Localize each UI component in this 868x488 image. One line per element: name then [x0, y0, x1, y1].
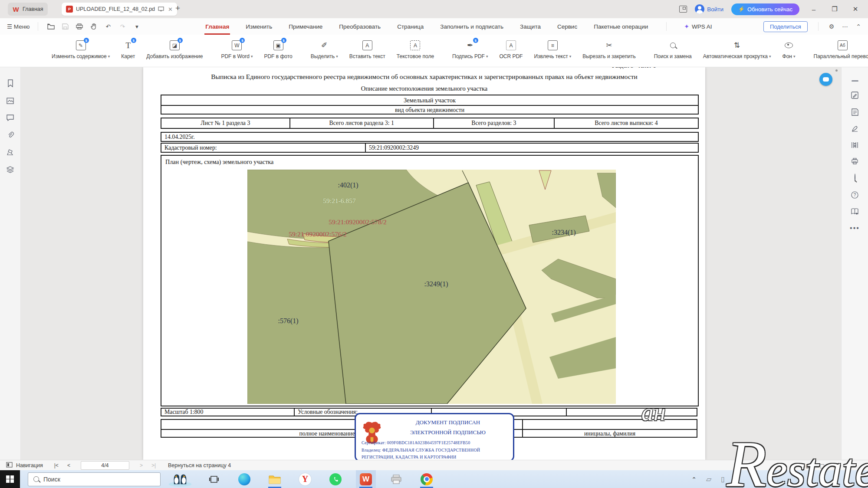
- main-menu-button[interactable]: ☰ Меню: [7, 23, 30, 30]
- taskbar-whatsapp-button[interactable]: [326, 470, 345, 488]
- taskbar-chrome-button[interactable]: [417, 470, 437, 488]
- help-icon[interactable]: ?: [851, 191, 858, 199]
- taskbar-wps-button[interactable]: W: [356, 470, 376, 488]
- map-label-ghost: 59:21-6.857: [309, 197, 370, 205]
- thumbnails-icon[interactable]: [7, 98, 14, 104]
- settings-gear-icon[interactable]: ⚙: [829, 23, 835, 30]
- share-button[interactable]: Поделиться: [763, 21, 808, 32]
- background-button[interactable]: Фон▾: [777, 35, 801, 59]
- doc-edit-icon[interactable]: [852, 108, 858, 116]
- home-tab-label: Главная: [23, 6, 43, 12]
- window-layout-icon[interactable]: [679, 6, 687, 13]
- add-image-button[interactable]: ◪$ Добавить изображение: [141, 35, 208, 59]
- ocr-pdf-button[interactable]: A OCR PDF: [493, 35, 528, 59]
- notification-dot: [835, 69, 838, 72]
- insert-text-button[interactable]: A Вставить текст: [344, 35, 391, 59]
- menu-convert[interactable]: Преобразовать: [338, 20, 381, 34]
- menu-wps-ai[interactable]: ✦WPS AI: [684, 23, 712, 30]
- document-viewport[interactable]: Раздел 3 - Лист 1 Выписка из Единого гос…: [21, 67, 841, 460]
- print-preview-icon[interactable]: [851, 158, 858, 164]
- upgrade-button[interactable]: ⚡ Обновить сейчас: [731, 3, 799, 15]
- attachment-icon[interactable]: [7, 131, 14, 138]
- premium-badge-icon: $: [281, 38, 286, 43]
- minimize-button[interactable]: –: [807, 6, 820, 13]
- quick-access-dropdown-icon[interactable]: ▾: [132, 23, 141, 30]
- wps-assistant-button[interactable]: [819, 73, 832, 86]
- premium-badge-icon: $: [131, 38, 136, 43]
- layers-icon[interactable]: [7, 166, 14, 173]
- menu-home[interactable]: Главная: [204, 20, 230, 34]
- next-page-button[interactable]: >: [140, 462, 143, 468]
- extract-text-button[interactable]: ≡ Извлечь текст▾: [528, 35, 577, 59]
- page-indicator-input[interactable]: 4/4: [81, 461, 129, 470]
- taskbar-explorer-button[interactable]: [265, 470, 285, 488]
- tray-icon[interactable]: ▯: [721, 475, 725, 483]
- ai-star-icon: ✦: [684, 23, 689, 30]
- new-tab-button[interactable]: +: [175, 3, 180, 13]
- print-icon[interactable]: [75, 23, 84, 30]
- whatsapp-icon: [329, 473, 342, 485]
- first-page-button[interactable]: |<: [54, 462, 59, 468]
- pdf-to-word-button[interactable]: W$ PDF в Word▾: [215, 35, 258, 59]
- sheet-info-table: Лист № 1 раздела 3 Всего листов раздела …: [161, 118, 699, 129]
- annotate-icon[interactable]: [851, 92, 858, 99]
- comment-icon[interactable]: [7, 115, 14, 121]
- edit-content-button[interactable]: ✎$ Изменить содержимое▾: [46, 35, 115, 59]
- more-tools-icon[interactable]: •••: [850, 224, 860, 232]
- taskbar-printer-button[interactable]: [386, 470, 406, 488]
- back-to-page-link[interactable]: Вернуться на страницу 4: [168, 462, 231, 468]
- prev-page-button[interactable]: <: [67, 462, 70, 468]
- pdf-to-photo-button[interactable]: ▣$ PDF в фото: [258, 35, 298, 59]
- menu-batch[interactable]: Пакетные операции: [593, 20, 649, 34]
- document-tab[interactable]: P UPLOADED_FILE_12_48_02.pd ✕: [62, 3, 177, 16]
- highlight-button[interactable]: ✐ Выделить▾: [305, 35, 344, 59]
- stamp-certificate: Сертификат: 009F0BDC181A023B64597F1E2574…: [362, 440, 470, 445]
- sign-pdf-button[interactable]: ✒$ Подпись PDF▾: [447, 35, 493, 59]
- more-options-icon[interactable]: ⋯: [842, 23, 848, 30]
- undo-icon[interactable]: ↶: [104, 23, 112, 30]
- map-label: :3249(1): [414, 280, 458, 288]
- login-label: Войти: [707, 6, 723, 13]
- navigation-label[interactable]: Навигация: [16, 462, 43, 468]
- taskbar-search-input[interactable]: Поиск: [28, 472, 161, 486]
- menu-fill-sign[interactable]: Заполнить и подписать: [439, 20, 504, 34]
- hand-tool-icon[interactable]: [89, 23, 98, 30]
- menu-tools[interactable]: Сервис: [556, 20, 578, 34]
- last-page-button[interactable]: >|: [151, 462, 156, 468]
- save-icon[interactable]: [61, 23, 69, 30]
- pdf-file-icon: P: [66, 6, 73, 13]
- menu-protect[interactable]: Защита: [519, 20, 542, 34]
- parallel-translate-button[interactable]: Аб Параллельный перевод: [808, 35, 868, 59]
- reading-columns-icon[interactable]: [851, 142, 858, 148]
- caret-button[interactable]: T$ Карет: [115, 35, 141, 59]
- close-button[interactable]: ✕: [849, 5, 862, 13]
- restore-button[interactable]: ❐: [828, 5, 841, 13]
- start-button[interactable]: [0, 470, 20, 488]
- home-tab[interactable]: W Главная: [8, 3, 48, 16]
- auto-scroll-button[interactable]: ⇅ Автоматическая прокрутка▾: [697, 35, 777, 59]
- widgets-weather-button[interactable]: [167, 470, 194, 488]
- taskbar-yandex-button[interactable]: Y: [295, 470, 315, 488]
- collapse-ribbon-icon[interactable]: ⌃: [856, 23, 861, 30]
- menu-edit[interactable]: Изменить: [245, 20, 273, 34]
- bookmark-icon[interactable]: [7, 79, 14, 87]
- crop-pin-button[interactable]: ✂ Вырезать и закрепить: [577, 35, 641, 59]
- search-icon[interactable]: [855, 174, 855, 182]
- tray-icon[interactable]: ▱: [706, 475, 711, 483]
- tray-expand-chevron[interactable]: ⌃: [691, 476, 697, 483]
- signature-stamp-icon[interactable]: [851, 125, 858, 132]
- taskbar-edge-button[interactable]: [234, 470, 254, 488]
- menu-comment[interactable]: Примечание: [288, 20, 323, 34]
- collapse-handle-icon[interactable]: [852, 80, 858, 82]
- navigation-panel-icon[interactable]: [6, 462, 13, 469]
- stamp-icon[interactable]: [7, 149, 14, 156]
- login-button[interactable]: Войти: [695, 4, 723, 14]
- search-replace-button[interactable]: Поиск и замена: [648, 35, 697, 59]
- task-view-button[interactable]: [204, 470, 224, 488]
- guide-book-icon[interactable]: [851, 208, 858, 215]
- close-tab-icon[interactable]: ✕: [168, 6, 173, 13]
- redo-icon[interactable]: ↷: [118, 23, 127, 30]
- open-folder-icon[interactable]: [46, 23, 55, 30]
- text-field-button[interactable]: A Текстовое поле: [391, 35, 440, 59]
- menu-page[interactable]: Страница: [396, 20, 424, 34]
